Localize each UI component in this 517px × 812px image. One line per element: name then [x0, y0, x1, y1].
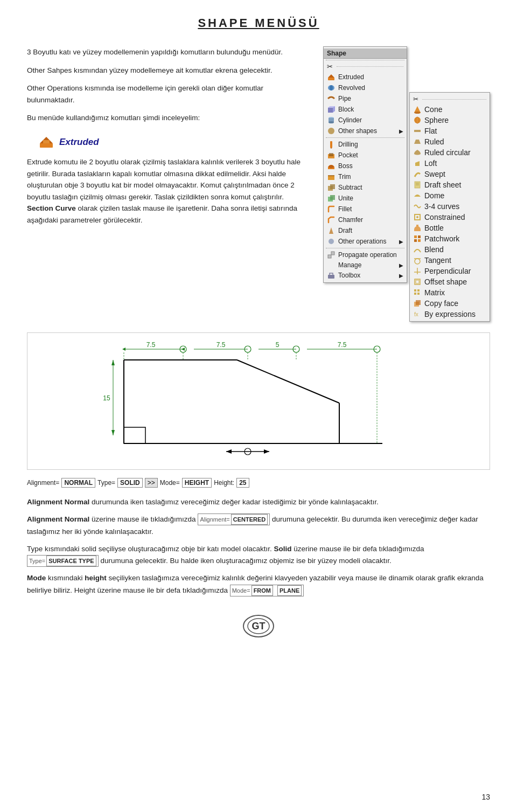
submenu-patchwork[interactable]: Patchwork — [410, 233, 490, 244]
extruded-icon — [38, 134, 55, 151]
dome-icon — [413, 191, 422, 200]
svg-rect-52 — [414, 289, 416, 292]
intro-p2: Other Sahpes kısmından yüzey modellemeye… — [27, 65, 302, 77]
menu-pipe[interactable]: Pipe — [324, 93, 407, 104]
svg-text:GT: GT — [252, 621, 266, 631]
menu-drilling[interactable]: Drilling — [324, 139, 407, 150]
mode-from-val: FROM — [251, 585, 273, 596]
menu-scissors[interactable]: ✂ — [324, 61, 407, 72]
arrow-icon: ▶ — [399, 128, 403, 134]
toolbox-arrow: ▶ — [399, 273, 403, 279]
submenu-draft-sheet[interactable]: Draft sheet — [410, 179, 490, 190]
menu-manage[interactable]: Manage ▶ — [324, 260, 407, 270]
perpendicular-icon — [413, 267, 422, 275]
type-box-label: Type= — [29, 556, 45, 566]
submenu-blend[interactable]: Blend — [410, 244, 490, 255]
extrude-desc: Extrude komutu ile 2 boyutlu olarak çizi… — [27, 156, 302, 226]
svg-text:15: 15 — [103, 394, 110, 402]
menu-fillet[interactable]: Fillet — [324, 204, 407, 214]
svg-rect-54 — [414, 293, 416, 295]
loft-icon — [413, 159, 422, 168]
submenu-cone[interactable]: Cone — [410, 104, 490, 115]
menu-pocket[interactable]: Pocket — [324, 150, 407, 161]
revolved-menu-icon — [327, 84, 336, 92]
intro-p1: 3 Boyutlu katı ve yüzey modellemenin yap… — [27, 46, 302, 58]
ruled-icon — [413, 137, 422, 146]
page-title: SHAPE MENÜSÜ — [27, 16, 490, 30]
submenu-matrix[interactable]: Matrix — [410, 287, 490, 298]
menu-chamfer[interactable]: Chamfer — [324, 214, 407, 225]
svg-text:7.5: 7.5 — [216, 341, 226, 349]
menu-cylinder[interactable]: Cylinder — [324, 115, 407, 126]
submenu-offset-shape[interactable]: Offset shape — [410, 276, 490, 287]
menu-toolbox[interactable]: Toolbox ▶ — [324, 270, 407, 281]
submenu-constrained[interactable]: Constrained — [410, 212, 490, 223]
svg-rect-20 — [328, 176, 334, 180]
svg-rect-44 — [414, 239, 417, 242]
submenu-swept[interactable]: Swept — [410, 169, 490, 179]
main-content: 3 Boyutlu katı ve yüzey modellemenin yap… — [27, 46, 490, 322]
svg-point-6 — [330, 85, 333, 91]
separator-2 — [326, 137, 404, 138]
draft-icon — [327, 226, 336, 235]
type-surface-box: Type= SURFACE TYPE — [27, 555, 99, 567]
bottom-p1: Alignment Normal durumunda iken taslağım… — [27, 496, 490, 508]
submenu-loft[interactable]: Loft — [410, 158, 490, 169]
submenu-container: ✂ Cone Sphere Flat — [409, 92, 490, 322]
menu-other-shapes[interactable]: Other shapes ▶ — [324, 126, 407, 136]
menu-trim[interactable]: Trim — [324, 171, 407, 182]
svg-text:7.5: 7.5 — [146, 341, 156, 349]
menu-subtract[interactable]: Subtract — [324, 182, 407, 193]
menu-block[interactable]: Block — [324, 104, 407, 115]
menu-boss[interactable]: Boss — [324, 161, 407, 171]
params-bar: Alignment= NORMAL Type= SOLID >> Mode= H… — [27, 478, 490, 488]
mode-plane-val: PLANE — [277, 585, 302, 596]
svg-rect-3 — [328, 78, 334, 80]
submenu-sphere[interactable]: Sphere — [410, 115, 490, 126]
subtract-icon — [327, 183, 336, 192]
submenu-dome[interactable]: Dome — [410, 190, 490, 201]
other-ops-icon — [327, 237, 336, 246]
svg-rect-55 — [417, 293, 420, 295]
bottle-icon — [413, 224, 422, 232]
alignment-box-val: CENTERED — [231, 514, 268, 525]
submenu-flat[interactable]: Flat — [410, 126, 490, 136]
mode-from-box: Mode= FROM PLANE — [230, 585, 304, 596]
svg-rect-28 — [328, 255, 331, 258]
menu-other-ops[interactable]: Other operations ▶ — [324, 236, 407, 247]
arrow-button[interactable]: >> — [145, 478, 158, 488]
menu-propagate[interactable]: Propagate operation — [324, 249, 407, 260]
menu-revolved[interactable]: Revolved — [324, 82, 407, 93]
svg-point-12 — [329, 121, 334, 123]
toolbox-icon — [327, 271, 336, 280]
shape-menu: Shape ✂ Extruded Revolved Pipe — [323, 46, 407, 283]
blend-icon — [413, 245, 422, 254]
gt-logo: GT — [27, 607, 490, 640]
page-number: 13 — [481, 793, 490, 801]
submenu-by-expressions[interactable]: fx By expressions — [410, 309, 490, 320]
alignment-value: NORMAL — [61, 478, 95, 488]
separator-3 — [326, 248, 404, 248]
submenu-3-4-curves[interactable]: 3-4 curves — [410, 201, 490, 212]
menu-extruded[interactable]: Extruded — [324, 72, 407, 82]
menu-unite[interactable]: Unite — [324, 193, 407, 204]
drawing-canvas: 7.5 7.5 5 7.5 15 — [33, 338, 484, 462]
other-shapes-icon — [327, 127, 336, 135]
svg-rect-36 — [414, 130, 421, 132]
svg-point-34 — [414, 117, 421, 123]
sub-dotted — [422, 99, 486, 100]
svg-marker-83 — [226, 449, 232, 454]
submenu-tangent[interactable]: Tangent — [410, 255, 490, 266]
svg-rect-2 — [43, 140, 50, 143]
submenu-perpendicular[interactable]: Perpendicular — [410, 266, 490, 276]
submenu-ruled[interactable]: Ruled — [410, 136, 490, 147]
unite-icon — [327, 194, 336, 203]
submenu-bottle[interactable]: Bottle — [410, 223, 490, 233]
submenu-copy-face[interactable]: Copy face — [410, 298, 490, 309]
svg-rect-80 — [124, 427, 145, 443]
mode-value: HEIGHT — [182, 478, 212, 488]
menu-draft[interactable]: Draft — [324, 225, 407, 236]
fillet-icon — [327, 205, 336, 213]
submenu-ruled-circular[interactable]: Ruled circular — [410, 147, 490, 158]
pipe-menu-icon — [327, 94, 336, 103]
